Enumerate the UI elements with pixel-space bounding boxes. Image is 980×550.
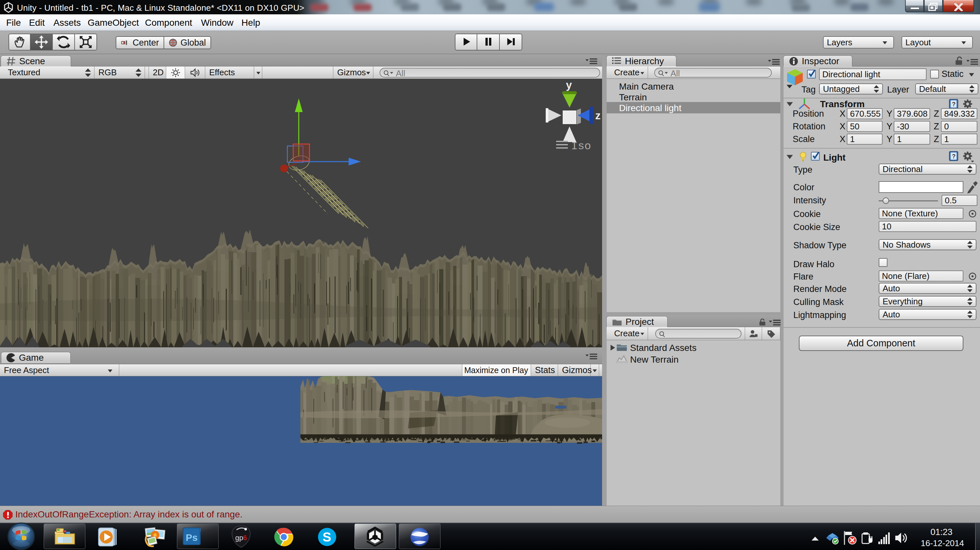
svg-text:Ps: Ps (186, 532, 198, 543)
svg-text:6: 6 (243, 534, 247, 542)
svg-text:gp: gp (235, 534, 243, 542)
svg-text:y: y (566, 79, 572, 91)
svg-text:S: S (323, 530, 331, 544)
svg-text:Iso: Iso (571, 140, 591, 153)
svg-text:?: ? (952, 153, 956, 160)
svg-text:?: ? (952, 101, 956, 108)
svg-text:z: z (595, 110, 601, 122)
